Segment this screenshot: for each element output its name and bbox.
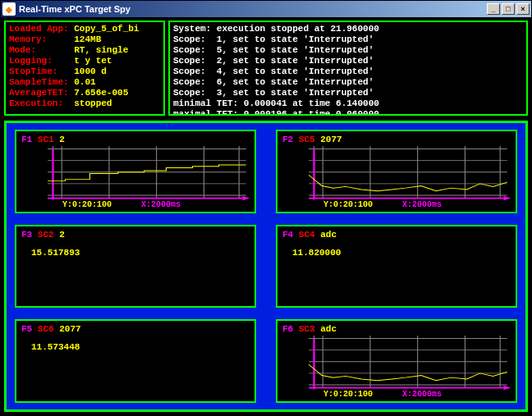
status-row: Execution: stopped [9,98,160,109]
app-window: ◆ Real-Time xPC Target Spy _ □ × Loaded … [0,0,532,416]
scope-readout: 11.573448 [31,342,80,352]
maximize-button[interactable]: □ [502,3,515,15]
scope-2[interactable]: F2 SC5 2077Y:0:20:100X:2000ms [276,130,517,213]
scope-title: F2 SC5 2077 [282,135,511,146]
status-row: Memory: 124MB [9,34,160,45]
scope-body: 11.820000 [282,241,511,305]
scope-3[interactable]: F3 SC2 215.517893 [15,225,256,309]
status-row: SampleTime: 0.01 [9,77,160,88]
scope-4[interactable]: F4 SC4 adc11.820000 [276,225,517,309]
status-panel: Loaded App: Copy_5_of_biMemory: 124MBMod… [4,21,165,116]
status-row: Mode: RT, single [9,45,160,56]
window-title: Real-Time xPC Target Spy [19,4,131,14]
minimize-button[interactable]: _ [487,3,500,15]
title-bar[interactable]: ◆ Real-Time xPC Target Spy _ □ × [1,1,531,17]
scope-title: F6 SC3 adc [282,324,511,336]
scope-body: 15.517893 [21,241,250,305]
scope-title: F4 SC4 adc [282,230,511,241]
status-row: Logging: t y tet [9,56,160,66]
message-log: System: execution stopped at 21.960000 S… [168,21,528,116]
scope-axis-labels: Y:0:20:100X:2000ms [21,200,250,209]
scope-title: F1 SC1 2 [21,135,250,146]
scope-readout: 15.517893 [31,248,80,258]
scope-title: F3 SC2 2 [21,230,250,241]
client-area: Loaded App: Copy_5_of_biMemory: 124MBMod… [1,17,531,415]
status-row: AverageTET: 7.656e-005 [9,88,160,98]
scope-axis-labels: Y:0:20:100X:2000ms [282,390,511,399]
scope-1[interactable]: F1 SC1 2Y:0:20:100X:2000ms [15,130,256,213]
scope-6[interactable]: F6 SC3 adcY:0:20:100X:2000ms [276,319,517,403]
app-icon: ◆ [2,2,16,16]
close-button[interactable]: × [516,3,530,15]
scope-body: Y:0:20:100X:2000ms [21,146,250,210]
scope-readout: 11.820000 [292,248,341,258]
scope-body: 11.573448 [21,336,250,400]
status-row: Loaded App: Copy_5_of_bi [9,24,160,34]
scopes-container: F1 SC1 2Y:0:20:100X:2000ms F2 SC5 2077Y:… [4,121,528,412]
scope-body: Y:0:20:100X:2000ms [282,336,511,400]
scope-title: F5 SC6 2077 [21,324,250,336]
scope-5[interactable]: F5 SC6 207711.573448 [15,319,256,403]
scope-body: Y:0:20:100X:2000ms [282,146,511,210]
scope-axis-labels: Y:0:20:100X:2000ms [282,200,511,209]
status-row: StopTime: 1000 d [9,66,160,77]
